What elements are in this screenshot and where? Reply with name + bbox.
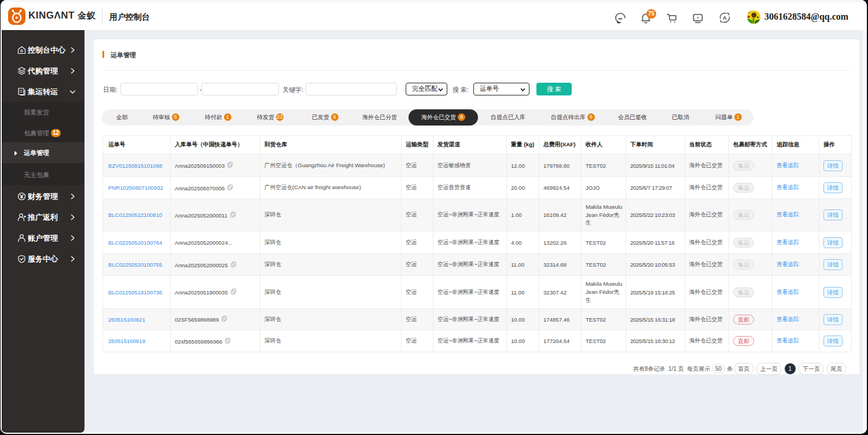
svg-text:A: A <box>723 14 727 21</box>
